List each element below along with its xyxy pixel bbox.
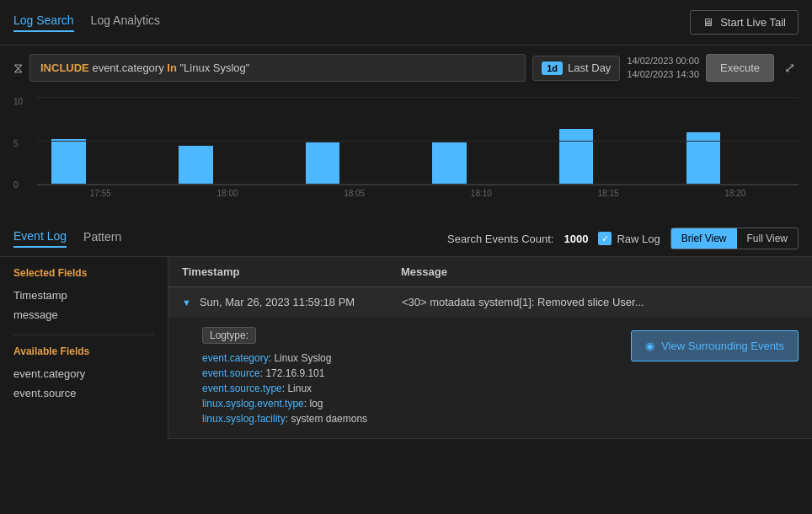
x-label-1820: 18:20 bbox=[671, 189, 799, 198]
brief-view-button[interactable]: Brief View bbox=[671, 228, 737, 249]
date-range: 14/02/2023 00:00 14/02/2023 14:30 bbox=[627, 55, 699, 81]
bars-wrapper bbox=[37, 97, 799, 185]
filter-icon: ⧖ bbox=[13, 61, 23, 76]
sidebar: Selected Fields Timestamp message Availa… bbox=[0, 257, 168, 439]
bar-group-5 bbox=[291, 142, 354, 185]
chart-inner: 17:55 18:00 18:05 18:10 18:15 18:20 bbox=[37, 97, 799, 198]
filter-bar: ⧖ INCLUDE event.category In "Linux Syslo… bbox=[0, 46, 812, 90]
raw-log-label: Raw Log bbox=[617, 233, 660, 245]
view-surrounding-button[interactable]: ◉ View Surrounding Events bbox=[631, 330, 799, 361]
top-bar: Log Search Log Analytics 🖥 Start Live Ta… bbox=[0, 0, 812, 46]
table-header: Timestamp Message bbox=[168, 257, 812, 287]
expand-button[interactable]: ⤢ bbox=[781, 56, 799, 79]
in-keyword: In bbox=[167, 62, 177, 74]
selected-fields-title: Selected Fields bbox=[13, 267, 154, 279]
filter-input[interactable]: INCLUDE event.category In "Linux Syslog" bbox=[29, 54, 526, 82]
table-row-header[interactable]: ▼ Sun, Mar 26, 2023 11:59:18 PM <30> mot… bbox=[168, 287, 812, 317]
bar-group-7 bbox=[418, 142, 481, 185]
field-row-event-type: linux.syslog.event.type: log bbox=[202, 398, 617, 410]
field-key-facility: linux.syslog.facility bbox=[202, 413, 286, 425]
bar-9 bbox=[559, 129, 593, 185]
bar-3 bbox=[179, 146, 212, 185]
field-key-source-type: event.source.type bbox=[202, 383, 282, 394]
filter-value-str: "Linux Syslog" bbox=[179, 62, 249, 74]
table-row: ▼ Sun, Mar 26, 2023 11:59:18 PM <30> mot… bbox=[168, 287, 812, 439]
live-tail-button[interactable]: 🖥 Start Live Tail bbox=[690, 10, 799, 35]
tab-pattern[interactable]: Pattern bbox=[83, 230, 121, 247]
col-header-message: Message bbox=[401, 265, 799, 278]
bar-7 bbox=[432, 142, 466, 185]
table-row-expanded: Logtype: event.category: Linux Syslog ev… bbox=[168, 317, 812, 438]
main-content: Selected Fields Timestamp message Availa… bbox=[0, 257, 812, 439]
eye-icon: ◉ bbox=[645, 340, 654, 352]
main-tabs: Log Search Log Analytics bbox=[13, 13, 160, 32]
available-fields-title: Available Fields bbox=[13, 345, 154, 357]
x-label-1815: 18:15 bbox=[545, 189, 672, 198]
table-area: Timestamp Message ▼ Sun, Mar 26, 2023 11… bbox=[168, 257, 812, 439]
full-view-button[interactable]: Full View bbox=[737, 228, 798, 249]
sidebar-field-event-source[interactable]: event.source bbox=[13, 383, 154, 403]
expanded-right: ◉ View Surrounding Events bbox=[631, 327, 799, 428]
row-expand-icon[interactable]: ▼ bbox=[182, 297, 191, 308]
time-badge: 1d bbox=[542, 62, 563, 75]
chart-area: 10 5 0 bbox=[0, 90, 812, 221]
x-labels: 17:55 18:00 18:05 18:10 18:15 18:20 bbox=[37, 189, 799, 198]
field-val-source-type: Linux bbox=[287, 383, 312, 394]
x-label-1755: 17:55 bbox=[37, 189, 164, 198]
bar-1 bbox=[51, 139, 85, 185]
raw-log-toggle[interactable]: ✓ Raw Log bbox=[598, 232, 660, 245]
execute-button[interactable]: Execute bbox=[706, 54, 774, 82]
count-label: Search Events Count: bbox=[447, 233, 553, 245]
sidebar-field-message[interactable]: message bbox=[13, 305, 154, 324]
view-toggle: Brief View Full View bbox=[670, 228, 799, 249]
logtype-badge: Logtype: bbox=[202, 327, 256, 344]
time-label: Last Day bbox=[568, 62, 611, 74]
raw-log-checkbox[interactable]: ✓ bbox=[598, 232, 612, 245]
count-area: Search Events Count: 1000 ✓ Raw Log Brie… bbox=[447, 228, 799, 249]
row-timestamp: Sun, Mar 26, 2023 11:59:18 PM bbox=[200, 296, 402, 308]
field-val-event-type: log bbox=[309, 398, 323, 410]
bar-group-11 bbox=[671, 132, 735, 185]
expanded-left: Logtype: event.category: Linux Syslog ev… bbox=[202, 327, 617, 428]
time-range-group[interactable]: 1d Last Day bbox=[532, 56, 620, 81]
event-tab-bar: Event Log Pattern Search Events Count: 1… bbox=[0, 221, 812, 257]
tab-log-search[interactable]: Log Search bbox=[13, 13, 74, 32]
bar-5 bbox=[306, 142, 339, 185]
sidebar-divider bbox=[13, 335, 154, 335]
monitor-icon: 🖥 bbox=[702, 16, 713, 29]
field-val-facility: system daemons bbox=[291, 413, 367, 425]
field-key-category: event.category bbox=[202, 352, 269, 364]
filter-field: event.category bbox=[92, 62, 167, 74]
include-keyword: INCLUDE bbox=[40, 62, 89, 74]
chart-y-labels: 10 5 0 bbox=[13, 97, 23, 190]
field-row-facility: linux.syslog.facility: system daemons bbox=[202, 413, 617, 425]
field-key-source: event.source bbox=[202, 367, 260, 379]
tab-event-log[interactable]: Event Log bbox=[13, 229, 67, 248]
x-label-1805: 18:05 bbox=[291, 189, 418, 198]
count-number: 1000 bbox=[564, 233, 588, 245]
tab-log-analytics[interactable]: Log Analytics bbox=[91, 13, 161, 32]
field-row-category: event.category: Linux Syslog bbox=[202, 352, 617, 364]
bar-group-3 bbox=[164, 146, 227, 185]
sidebar-field-event-category[interactable]: event.category bbox=[13, 364, 154, 383]
field-val-source: 172.16.9.101 bbox=[265, 367, 324, 379]
sidebar-field-timestamp[interactable]: Timestamp bbox=[13, 286, 154, 305]
field-row-source-type: event.source.type: Linux bbox=[202, 383, 617, 394]
col-header-timestamp: Timestamp bbox=[182, 265, 401, 278]
bar-group-1 bbox=[37, 139, 100, 185]
row-message: <30> motadata systemd[1]: Removed slice … bbox=[402, 296, 799, 308]
bar-group-9 bbox=[545, 129, 608, 185]
field-row-source: event.source: 172.16.9.101 bbox=[202, 367, 617, 379]
x-label-1800: 18:00 bbox=[164, 189, 291, 198]
field-key-event-type: linux.syslog.event.type bbox=[202, 398, 304, 410]
bar-11 bbox=[686, 132, 720, 185]
x-label-1810: 18:10 bbox=[418, 189, 545, 198]
field-val-category: Linux Syslog bbox=[274, 352, 331, 364]
